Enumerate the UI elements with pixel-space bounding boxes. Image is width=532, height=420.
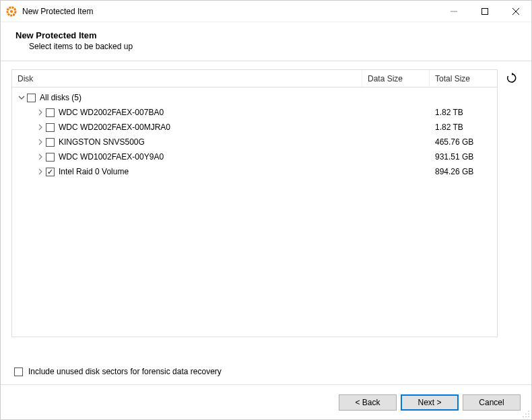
svg-point-8 [528,413,529,415]
resize-grip-icon[interactable] [522,410,530,418]
tree-item[interactable]: WDC WD2002FAEX-007BA01.82 TB [12,105,497,120]
forensic-option[interactable]: Include unused disk sectors for forensic… [11,367,521,376]
disk-label: WDC WD2002FAEX-007BA0 [59,108,362,117]
checkbox-forensic[interactable] [14,368,23,376]
checkbox-all-disks[interactable] [27,94,36,102]
svg-point-9 [523,416,524,417]
svg-point-7 [525,413,527,415]
disk-table: Disk Data Size Total Size All disks (5) … [11,69,498,337]
svg-point-1 [10,10,13,13]
tree-root[interactable]: All disks (5) [12,90,497,105]
window-title: New Protected Item [22,7,438,16]
app-icon [6,6,17,17]
checkbox-disk[interactable] [46,123,55,132]
disk-label: WDC WD2002FAEX-00MJRA0 [59,123,362,132]
chevron-right-icon[interactable] [35,151,46,162]
disk-total-size: 465.76 GB [430,137,497,147]
wizard-header: New Protected Item Select items to be ba… [1,22,531,61]
chevron-right-icon[interactable] [35,166,46,177]
table-header: Disk Data Size Total Size [12,70,497,88]
forensic-label: Include unused disk sectors for forensic… [28,367,222,376]
column-data-size[interactable]: Data Size [362,70,430,87]
disk-total-size: 894.26 GB [430,167,497,176]
disk-total-size: 1.82 TB [430,123,497,132]
column-disk[interactable]: Disk [12,70,362,87]
tree-item[interactable]: WDC WD1002FAEX-00Y9A0931.51 GB [12,149,497,164]
tree-item[interactable]: Intel Raid 0 Volume894.26 GB [12,164,497,179]
svg-point-10 [525,416,527,417]
chevron-right-icon[interactable] [35,137,46,147]
tree-item[interactable]: WDC WD2002FAEX-00MJRA01.82 TB [12,120,497,135]
refresh-button[interactable] [503,69,521,87]
disk-label: WDC WD1002FAEX-00Y9A0 [59,152,362,162]
disk-label: Intel Raid 0 Volume [59,167,362,176]
chevron-down-icon[interactable] [16,92,27,103]
disk-total-size: 931.51 GB [430,152,497,162]
tree-item[interactable]: KINGSTON SNVS500G465.76 GB [12,135,497,149]
close-button[interactable] [500,1,531,22]
chevron-right-icon[interactable] [35,122,46,133]
checkbox-disk[interactable] [46,108,55,117]
cancel-button[interactable]: Cancel [463,394,521,411]
tree-root-label: All disks (5) [40,93,362,102]
checkbox-disk[interactable] [46,168,55,176]
svg-rect-3 [482,8,488,14]
disk-tree: All disks (5) WDC WD2002FAEX-007BA01.82 … [12,88,497,337]
disk-total-size: 1.82 TB [430,108,497,117]
page-title: New Protected Item [15,30,517,40]
checkbox-disk[interactable] [46,153,55,162]
column-total-size[interactable]: Total Size [430,70,497,87]
maximize-button[interactable] [469,1,500,22]
checkbox-disk[interactable] [46,138,55,147]
window-controls [438,1,531,22]
content: Disk Data Size Total Size All disks (5) … [1,61,531,384]
disk-label: KINGSTON SNVS500G [59,137,362,147]
wizard-footer: < Back Next > Cancel [1,384,531,419]
chevron-right-icon[interactable] [35,107,46,118]
svg-point-11 [528,416,529,417]
back-button[interactable]: < Back [339,394,397,411]
minimize-button[interactable] [438,1,469,22]
titlebar: New Protected Item [1,1,531,22]
svg-point-6 [528,411,529,412]
next-button[interactable]: Next > [401,394,459,411]
page-subtitle: Select items to be backed up [15,42,517,51]
